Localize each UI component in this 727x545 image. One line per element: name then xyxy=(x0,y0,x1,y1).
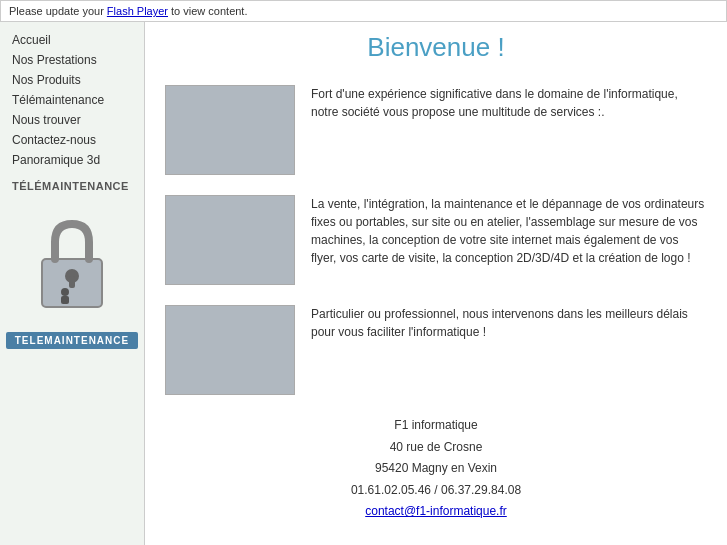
svg-point-3 xyxy=(61,288,69,296)
page-title: Bienvenue ! xyxy=(165,32,707,69)
phone: 01.61.02.05.46 / 06.37.29.84.08 xyxy=(165,480,707,502)
section-1-text: Fort d'une expérience significative dans… xyxy=(311,85,707,121)
address-line1: 40 rue de Crosne xyxy=(165,437,707,459)
sidebar-item-produits[interactable]: Nos Produits xyxy=(0,70,144,90)
sidebar-item-contactez[interactable]: Contactez-nous xyxy=(0,130,144,150)
contact-block: F1 informatique 40 rue de Crosne 95420 M… xyxy=(165,415,707,523)
content-section-1: Fort d'une expérience significative dans… xyxy=(165,85,707,175)
sidebar-item-accueil[interactable]: Accueil xyxy=(0,30,144,50)
sidebar: Accueil Nos Prestations Nos Produits Tél… xyxy=(0,22,145,545)
store-image-3 xyxy=(165,305,295,395)
address-line2: 95420 Magny en Vexin xyxy=(165,458,707,480)
svg-rect-2 xyxy=(69,276,75,288)
store-image-1 xyxy=(165,85,295,175)
flash-player-link[interactable]: Flash Player xyxy=(107,5,168,17)
sidebar-item-telemaintenance[interactable]: Télémaintenance xyxy=(0,90,144,110)
section-3-text: Particulier ou professionnel, nous inter… xyxy=(311,305,707,341)
sidebar-nav: Accueil Nos Prestations Nos Produits Tél… xyxy=(0,30,144,170)
flash-notice: Please update your Flash Player to view … xyxy=(0,0,727,22)
sidebar-item-nous-trouver[interactable]: Nous trouver xyxy=(0,110,144,130)
content-section-2: La vente, l'intégration, la maintenance … xyxy=(165,195,707,285)
content-section-3: Particulier ou professionnel, nous inter… xyxy=(165,305,707,395)
main-content: Bienvenue ! Fort d'une expérience signif… xyxy=(145,22,727,545)
email-link[interactable]: contact@f1-informatique.fr xyxy=(365,504,507,518)
email-line: contact@f1-informatique.fr xyxy=(165,501,707,523)
company-name: F1 informatique xyxy=(165,415,707,437)
flash-text-after: to view content. xyxy=(168,5,248,17)
flash-text-before: Please update your xyxy=(9,5,107,17)
section-2-text: La vente, l'intégration, la maintenance … xyxy=(311,195,707,267)
lock-icon xyxy=(27,214,117,314)
sidebar-item-panoramique[interactable]: Panoramique 3d xyxy=(0,150,144,170)
sidebar-item-prestations[interactable]: Nos Prestations xyxy=(0,50,144,70)
telemaintenance-banner: TELEMAINTENANCE xyxy=(6,332,138,349)
lock-graphic xyxy=(17,204,127,324)
store-image-2 xyxy=(165,195,295,285)
telemaintenance-section-label: Télémaintenance xyxy=(0,170,144,196)
svg-rect-4 xyxy=(61,296,69,304)
